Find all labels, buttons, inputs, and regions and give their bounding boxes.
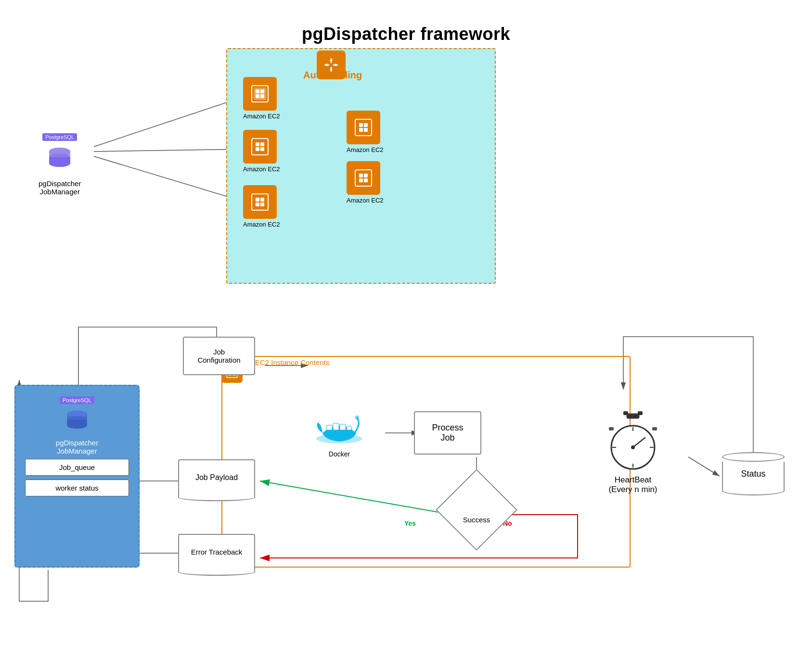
svg-rect-35 (252, 139, 268, 155)
pg-manager-top: PostgreSQL pgDispatcher JobManager (39, 132, 81, 196)
pg-manager-top-label: pgDispatcher JobManager (39, 179, 81, 196)
svg-rect-29 (260, 94, 264, 98)
process-job-box: ProcessJob (414, 411, 481, 455)
postgres-badge-bottom: PostgreSQL (60, 396, 94, 404)
svg-rect-79 (652, 427, 657, 430)
svg-rect-73 (347, 426, 351, 430)
stopwatch-icon (602, 409, 664, 471)
svg-rect-39 (260, 147, 264, 151)
svg-marker-22 (324, 63, 327, 66)
svg-rect-75 (627, 414, 639, 418)
docker-label: Docker (313, 450, 366, 458)
svg-rect-48 (256, 202, 259, 206)
svg-rect-78 (609, 427, 614, 430)
heartbeat-label: HeartBeat(Every n min) (602, 475, 664, 494)
ec2-instance-box (221, 356, 631, 568)
postgres-badge-top: PostgreSQL (42, 133, 77, 141)
ec2-icon-1: Amazon EC2 (243, 77, 280, 120)
svg-line-15 (688, 457, 720, 476)
yes-label: Yes (404, 519, 416, 527)
pg-manager-bottom: PostgreSQL pgDispatcher JobManager Job_q… (14, 385, 140, 568)
svg-marker-20 (330, 58, 333, 61)
job-payload: Job Payload (178, 459, 255, 495)
ec2-icon-5: Amazon EC2 (243, 185, 280, 228)
pg-manager-bottom-label: pgDispatcher JobManager (20, 439, 134, 455)
svg-rect-45 (252, 194, 268, 210)
svg-rect-27 (260, 89, 264, 93)
svg-rect-26 (256, 89, 259, 93)
svg-point-86 (631, 445, 635, 449)
success-label: Success (457, 500, 496, 539)
svg-rect-72 (340, 424, 346, 430)
svg-rect-34 (364, 128, 368, 132)
svg-rect-30 (355, 119, 372, 136)
svg-point-74 (355, 416, 359, 419)
svg-rect-71 (333, 423, 339, 430)
svg-rect-76 (623, 411, 628, 415)
svg-line-5 (94, 149, 245, 152)
svg-rect-42 (364, 174, 368, 177)
docker-icon (313, 404, 366, 447)
svg-rect-38 (256, 147, 259, 151)
svg-rect-32 (364, 123, 368, 127)
svg-rect-47 (260, 198, 264, 202)
ec2-instance-label: EC2 Instance Contents (255, 358, 329, 367)
job-queue-box: Job_queue (25, 459, 129, 476)
svg-rect-28 (256, 94, 259, 98)
svg-rect-41 (359, 174, 363, 177)
page-title: pgDispatcher framework (0, 10, 812, 54)
svg-point-68 (67, 421, 87, 429)
svg-rect-77 (638, 411, 643, 415)
svg-line-4 (94, 96, 245, 147)
status-container: Status (722, 452, 785, 495)
worker-status-box: worker status (25, 480, 129, 496)
svg-rect-49 (260, 202, 264, 206)
auto-scaling-label: Auto Scaling (303, 70, 362, 81)
status-label: Status (722, 462, 785, 486)
ec2-icon-3: Amazon EC2 (243, 130, 280, 173)
svg-rect-25 (254, 88, 266, 100)
svg-rect-40 (355, 170, 372, 186)
svg-rect-43 (359, 178, 363, 182)
svg-rect-44 (364, 178, 368, 182)
db-icon-bottom (63, 408, 91, 437)
job-configuration: JobConfiguration (183, 337, 255, 375)
svg-rect-36 (256, 142, 259, 146)
svg-rect-33 (359, 128, 363, 132)
job-payload-label: Job Payload (178, 459, 255, 495)
heartbeat-container: HeartBeat(Every n min) (602, 409, 664, 494)
docker-container: Docker (313, 404, 366, 458)
svg-rect-37 (260, 142, 264, 146)
svg-rect-31 (359, 123, 363, 127)
svg-marker-23 (335, 63, 338, 66)
ec2-icon-4: Amazon EC2 (347, 161, 384, 204)
error-traceback-label: Error Traceback (178, 534, 255, 570)
job-config-label: JobConfiguration (183, 337, 255, 375)
svg-point-56 (49, 159, 70, 167)
error-traceback: Error Traceback (178, 534, 255, 570)
svg-line-6 (94, 156, 245, 202)
ec2-icon-2: Amazon EC2 (347, 111, 384, 153)
svg-rect-70 (326, 425, 332, 430)
db-icon-top (44, 145, 75, 176)
svg-rect-46 (256, 198, 259, 202)
